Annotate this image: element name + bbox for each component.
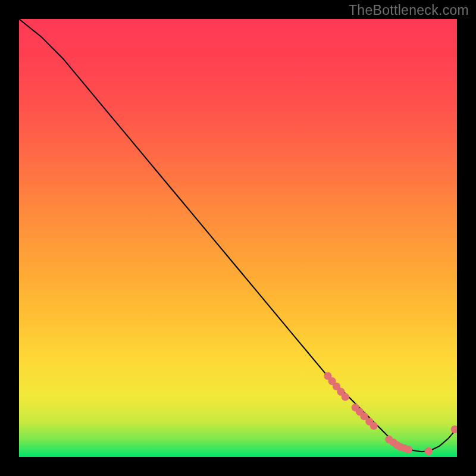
- marker-cluster-1: [342, 393, 349, 401]
- marker-cluster-2: [370, 422, 378, 430]
- plot-overlay: [19, 19, 457, 457]
- chart-root: TheBottleneck.com: [0, 0, 476, 476]
- marker-cluster-3: [405, 446, 412, 453]
- data-markers: [324, 372, 457, 455]
- attribution-text: TheBottleneck.com: [349, 2, 469, 18]
- bottleneck-curve: [19, 19, 457, 452]
- marker-terminal: [451, 425, 457, 433]
- marker-cluster-4: [425, 447, 433, 455]
